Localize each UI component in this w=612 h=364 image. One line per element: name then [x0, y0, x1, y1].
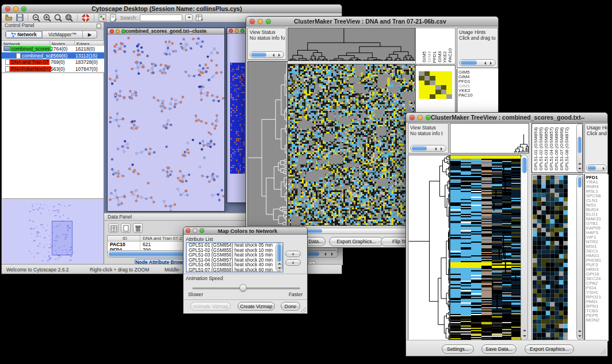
usage-hints-scrollbar[interactable] [459, 59, 496, 66]
array-label: GPL51-03 (GSM856) [544, 127, 549, 171]
scrollbar-thumb[interactable] [522, 158, 527, 173]
zoom-button[interactable] [240, 29, 244, 33]
tab-overflow-arrow[interactable]: ▶ [83, 31, 97, 38]
zoom-button[interactable] [200, 228, 204, 233]
delete-attribute-icon[interactable] [133, 223, 143, 233]
minimize-button[interactable] [193, 228, 197, 233]
zoom-cell [446, 81, 452, 85]
usage-hints-scrollbar[interactable] [586, 164, 607, 171]
zoom-heatmap-scrollbar[interactable] [576, 175, 583, 340]
minimize-button[interactable] [235, 29, 239, 33]
scrollbar-thumb[interactable] [277, 244, 281, 262]
animate-vizmap-button[interactable]: Animate Vizmap [190, 302, 231, 311]
annotation-icon[interactable] [109, 14, 117, 22]
help-lifering-icon[interactable] [82, 14, 90, 22]
treeview2-titlebar[interactable]: ClusterMaker TreeView : combined_scores_… [406, 113, 607, 122]
global-zoom-heatmap[interactable] [419, 71, 452, 99]
attribute-list-scrollbar[interactable] [276, 243, 282, 271]
zoom-selected-icon[interactable] [65, 14, 73, 22]
new-attribute-icon[interactable] [121, 223, 131, 233]
zoom-cell [441, 90, 447, 94]
zoom-heatmap[interactable] [533, 175, 568, 340]
array-labels-panel: GIM5GIM4PFD1GIM3YKE2PAC10 [415, 28, 456, 64]
move-up-button[interactable]: ∧ [285, 251, 301, 257]
zoom-cell [435, 94, 441, 99]
scrollbar-thumb[interactable] [461, 60, 477, 65]
zoom-cell [435, 85, 441, 90]
zoom-fit-icon[interactable] [54, 14, 62, 22]
close-button[interactable] [410, 115, 415, 120]
array-labels-scrollbar[interactable] [576, 124, 583, 173]
zoom-in-icon[interactable] [43, 14, 51, 22]
search-dropdown-button[interactable] [185, 14, 193, 21]
minimize-button[interactable] [418, 115, 423, 120]
scrollbar-thumb[interactable] [588, 166, 596, 170]
heatmap-vscrollbar[interactable] [521, 155, 528, 341]
network-tree-row[interactable]: RNAPuberNov2+|563(0)107847(0) [2, 66, 104, 72]
search-input[interactable] [140, 14, 182, 21]
close-button[interactable] [5, 6, 10, 12]
settings-button[interactable]: Settings... [442, 344, 474, 354]
network-grid-view[interactable] [230, 63, 245, 174]
close-button[interactable] [110, 29, 114, 33]
view-status-panel: View Status No status info t [408, 123, 449, 154]
network-name: RNAPuberNov2+| [10, 66, 51, 72]
attribute-item[interactable]: GPL51-07 (GSM868) heat shock 60 min [187, 268, 282, 273]
save-data-button[interactable]: Save Data... [481, 344, 517, 354]
column-dendrogram[interactable] [514, 134, 529, 152]
tab-network[interactable]: Network [6, 31, 43, 38]
view-status-scrollbar[interactable] [250, 51, 284, 58]
export-graphics-button[interactable]: Export Graphics... [525, 344, 574, 354]
resize-grip[interactable] [301, 307, 307, 313]
scrollbar-thumb[interactable] [577, 137, 582, 153]
save-icon[interactable] [16, 14, 24, 22]
view-status-scrollbar[interactable] [410, 145, 446, 152]
zoom-cell [441, 76, 447, 81]
zoom-button[interactable] [121, 29, 125, 33]
treeview1-titlebar[interactable]: ClusterMaker TreeView : DNA and Tran 07-… [246, 17, 498, 26]
network-graph-view[interactable] [108, 35, 224, 211]
tab-vizmapper[interactable]: VizMapper™ [43, 31, 83, 38]
zoom-button[interactable] [426, 115, 431, 120]
treeview1-title: ClusterMaker TreeView : DNA and Tran 07-… [271, 18, 469, 25]
zoom-out-icon[interactable] [32, 14, 40, 22]
network-window1-titlebar[interactable]: combined_scores_good.txt--cluste... [108, 28, 224, 35]
move-down-button[interactable]: ∨ [285, 259, 301, 266]
create-vizmap-button[interactable]: Create Vizmap [238, 302, 275, 311]
zoom-button[interactable] [21, 6, 26, 12]
birdseye-view[interactable] [2, 200, 104, 265]
gene-label[interactable]: MON2 [585, 318, 609, 323]
table-mode-icon[interactable] [109, 223, 118, 233]
minimize-button[interactable] [13, 6, 18, 12]
dialog-titlebar[interactable]: Map Colors to Network [183, 227, 307, 235]
float-panel-icon[interactable] [97, 24, 101, 28]
open-file-icon[interactable] [5, 14, 13, 22]
scrollbar-thumb[interactable] [577, 177, 582, 187]
network-tree-row[interactable]: DNA and Tran 07769(0)183728(0) [2, 59, 104, 66]
close-button[interactable] [186, 228, 190, 233]
usage-hints-panel: Usage Hints Click and drag to [584, 123, 608, 173]
resize-grip[interactable] [600, 349, 606, 355]
scrollbar-thumb[interactable] [412, 146, 427, 151]
gene-label[interactable]: PAC10 [457, 93, 498, 98]
main-titlebar[interactable]: Cytoscape Desktop (Session Name: collins… [2, 5, 342, 13]
heatmap-view[interactable] [288, 64, 415, 226]
close-button[interactable] [229, 29, 233, 33]
export-graphics-button[interactable]: Export Graphics... [329, 237, 384, 246]
table-export-icon[interactable] [196, 14, 204, 22]
gene-dendrogram[interactable] [408, 155, 450, 342]
minimize-button[interactable] [258, 19, 263, 24]
close-button[interactable] [250, 19, 255, 24]
scrollbar-thumb[interactable] [251, 52, 266, 57]
animation-speed-label: Animation Speed [186, 275, 223, 281]
heatmap-view[interactable] [450, 155, 521, 342]
node-color-icon[interactable] [98, 14, 106, 22]
zoom-button[interactable] [266, 19, 271, 24]
column-dendrogram[interactable] [288, 28, 415, 61]
minimize-button[interactable] [116, 29, 120, 33]
gene-dendrogram[interactable] [247, 61, 288, 226]
slider-thumb[interactable] [239, 284, 247, 292]
network-tree-row[interactable]: combined_sco2569(6)13112(15) [2, 52, 104, 59]
done-button[interactable]: Done [281, 302, 300, 311]
network-tree-row[interactable]: combined_scores2764(0)16218(0) [2, 45, 104, 52]
